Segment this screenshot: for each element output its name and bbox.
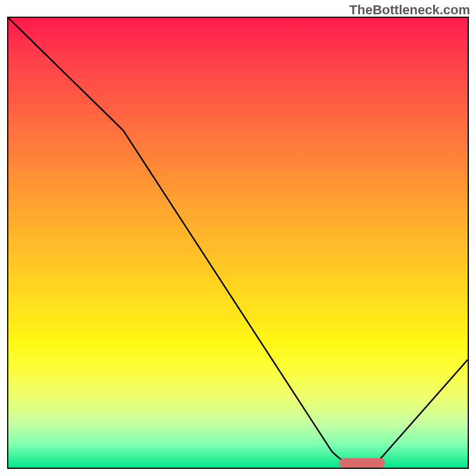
curve-path xyxy=(8,18,468,463)
chart-frame xyxy=(7,17,469,469)
watermark-label: TheBottleneck.com xyxy=(349,2,470,18)
valley-marker xyxy=(339,458,385,468)
bottleneck-curve xyxy=(8,18,468,468)
